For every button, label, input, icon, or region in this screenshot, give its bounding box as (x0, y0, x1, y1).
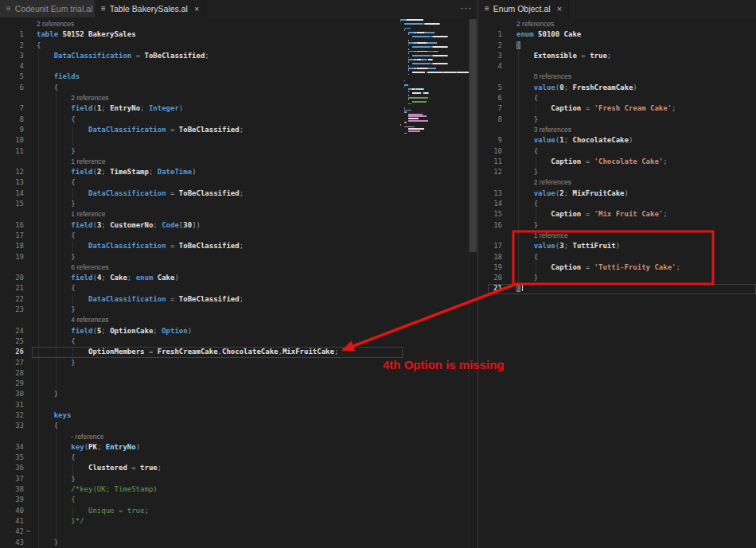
line-number[interactable]: 29 (0, 379, 24, 389)
line-number[interactable]: 16 (478, 220, 502, 231)
code-line[interactable]: 12 field(2; TimeStamp; DateTime) (0, 167, 477, 177)
code-line[interactable]: 8 } (478, 115, 756, 125)
code-line[interactable]: 5 value(0; FreshCreamCake) (478, 83, 756, 93)
code-line[interactable]: 42~ (0, 527, 477, 537)
line-number[interactable]: 20 (0, 273, 24, 283)
close-icon[interactable]: × (557, 4, 562, 14)
line-number[interactable]: 1 (478, 29, 502, 40)
code-line[interactable]: 20 field(4; Cake; enum Cake) (0, 273, 477, 283)
code-line[interactable]: 19 Caption = 'Tutti-Fruity Cake'; (478, 262, 756, 273)
line-number[interactable]: 17 (0, 231, 24, 241)
codelens[interactable]: 0 references (478, 72, 756, 82)
line-number[interactable]: 39 (0, 495, 24, 505)
line-number[interactable]: 16 (0, 220, 24, 231)
line-number[interactable]: 15 (0, 199, 24, 209)
line-number[interactable]: 27 (0, 358, 24, 368)
line-number[interactable]: 34 (0, 442, 24, 453)
code-line[interactable]: 20 } (478, 273, 756, 283)
code-line[interactable]: 25 { (0, 336, 477, 347)
line-number[interactable]: 31 (0, 400, 24, 410)
line-number[interactable]: 10 (0, 135, 24, 146)
code-line[interactable]: 3 Extensible = true; (478, 51, 756, 61)
code-line[interactable]: 12 } (478, 167, 756, 177)
code-line[interactable]: 18 DataClassification = ToBeClassified; (0, 241, 477, 251)
line-number[interactable]: 19 (0, 252, 24, 262)
line-number[interactable]: 35 (0, 453, 24, 463)
line-number[interactable]: 22 (0, 294, 24, 305)
code-line[interactable]: 34 key(PK; EntryNo) (0, 442, 477, 453)
code-line[interactable]: 21} (478, 283, 756, 293)
code-line[interactable]: 16 } (478, 220, 756, 231)
line-number[interactable]: 28 (0, 368, 24, 379)
editor-bakerysales[interactable]: 2 references1table 50152 BakerySales2{3 … (0, 17, 477, 548)
line-number[interactable]: 6 (478, 93, 502, 103)
code-area[interactable]: 2 references1enum 50100 Cake2{3 Extensib… (478, 19, 756, 294)
code-line[interactable]: 16 field(3; CustomerNo; Code[30]) (0, 220, 477, 231)
code-line[interactable]: 23 } (0, 305, 477, 315)
line-number[interactable]: 18 (478, 252, 502, 262)
line-number[interactable]: 17 (478, 241, 502, 251)
line-number[interactable]: 15 (478, 209, 502, 220)
code-line[interactable]: 43 } (0, 538, 477, 548)
codelens[interactable]: 1 reference (0, 157, 477, 167)
code-line[interactable]: 29 (0, 379, 477, 389)
line-number[interactable]: 19 (478, 262, 502, 273)
line-number[interactable]: 40 (0, 506, 24, 516)
line-number[interactable]: 36 (0, 463, 24, 473)
code-line[interactable]: 22 DataClassification = ToBeClassified; (0, 294, 477, 305)
line-number[interactable]: 9 (478, 135, 502, 146)
line-number[interactable]: 14 (0, 188, 24, 199)
code-line[interactable]: 14 DataClassification = ToBeClassified; (0, 188, 477, 199)
line-number[interactable]: 43 (0, 538, 24, 548)
line-number[interactable]: 9 (0, 125, 24, 135)
line-number[interactable]: 1 (0, 29, 24, 40)
line-number[interactable]: 33 (0, 421, 24, 431)
code-line[interactable]: 13 value(2; MixFruitCake) (478, 188, 756, 199)
code-line[interactable]: 31 (0, 400, 477, 410)
code-line[interactable]: 21 { (0, 283, 477, 293)
code-line[interactable]: 28 (0, 368, 477, 379)
line-number[interactable]: 32 (0, 410, 24, 421)
tab-codeunit-eum-trial[interactable]: ≡ Codeunit Eum trial.al (0, 0, 99, 17)
codelens[interactable]: 1 reference (478, 231, 756, 241)
code-line[interactable]: 18 { (478, 252, 756, 262)
line-number[interactable]: 12 (0, 167, 24, 177)
line-number[interactable]: 24 (0, 326, 24, 336)
tab-table-bakerysales[interactable]: ≡ Table BakerySales.al × (95, 0, 206, 17)
line-number[interactable]: 21 (0, 283, 24, 293)
code-line[interactable]: 13 { (0, 177, 477, 188)
code-line[interactable]: 39 { (0, 495, 477, 505)
line-number[interactable]: 2 (0, 41, 24, 51)
code-line[interactable]: 11 } (0, 146, 477, 157)
code-line[interactable]: 2{ (478, 41, 756, 51)
line-number[interactable]: 11 (0, 146, 24, 157)
line-number[interactable]: 23 (0, 305, 24, 315)
code-line[interactable]: 40 Unique = true; (0, 506, 477, 516)
line-number[interactable]: 7 (478, 103, 502, 114)
line-number[interactable]: 2 (478, 41, 502, 51)
line-number[interactable]: 21 (478, 283, 502, 293)
line-number[interactable]: 13 (478, 188, 502, 199)
codelens[interactable]: 2 references (478, 177, 756, 188)
line-number[interactable]: 38 (0, 484, 24, 495)
more-actions-button[interactable]: ··· (457, 0, 476, 17)
code-line[interactable]: 11 Caption = 'Chocolate Cake'; (478, 157, 756, 167)
line-number[interactable]: 10 (478, 146, 502, 157)
codelens[interactable]: - reference (0, 432, 477, 442)
code-line[interactable]: 17 { (0, 231, 477, 241)
line-number[interactable]: 3 (478, 51, 502, 61)
code-line[interactable]: 10 { (478, 146, 756, 157)
line-number[interactable]: 41 (0, 516, 24, 527)
line-number[interactable]: 25 (0, 336, 24, 347)
line-number[interactable]: 30 (0, 389, 24, 399)
code-line[interactable]: 15 } (0, 199, 477, 209)
code-line[interactable]: 24 field(5; OptionCake; Option) (0, 326, 477, 336)
line-number[interactable]: 20 (478, 273, 502, 283)
line-number[interactable]: 12 (478, 167, 502, 177)
code-line[interactable]: 30 } (0, 389, 477, 399)
code-line[interactable]: 9 value(1; ChocolateCake) (478, 135, 756, 146)
code-line[interactable]: 33 { (0, 421, 477, 431)
code-line[interactable]: 15 Caption = 'Mix Fruit Cake'; (478, 209, 756, 220)
line-number[interactable]: 6 (0, 83, 24, 93)
code-line[interactable]: 32 keys (0, 410, 477, 421)
